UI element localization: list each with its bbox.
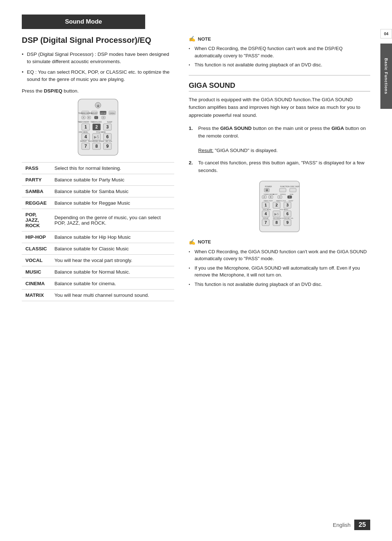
mode-desc: Balance suitable for Samba Music (51, 186, 174, 197)
mode-desc: Select this for normal listening. (51, 163, 174, 174)
mode-desc: Balance suitable for Party Music (51, 174, 174, 186)
note-label: NOTE (198, 36, 211, 42)
svg-text:7: 7 (265, 220, 267, 225)
svg-text:8: 8 (95, 144, 98, 149)
mode-desc: Balance suitable for Hip Hop Music (51, 231, 174, 243)
note-title: ✍ NOTE (189, 36, 370, 42)
table-row: POP, JAZZ, ROCK Depending on the genre o… (22, 209, 174, 231)
mode-label: MATRIX (22, 290, 51, 301)
svg-text:TIMER/CLOCK: TIMER/CLOCK (276, 200, 286, 202)
note-list-top: When CD Recording, the DSP/EQ function c… (189, 45, 370, 69)
giga-sound-section: GIGA SOUND The product is equipped with … (189, 81, 370, 288)
svg-text:DISC MENU: DISC MENU (79, 131, 88, 133)
mode-label: MUSIC (22, 266, 51, 278)
note-icon-bottom: ✍ (189, 239, 196, 245)
mode-label: CLASSIC (22, 243, 51, 255)
table-row: VOCAL You will hear the vocal part stron… (22, 255, 174, 266)
svg-text:RECORDING SPEED: RECORDING SPEED (273, 217, 287, 219)
note-list-bottom: When CD Recording, the GIGA SOUND functi… (189, 248, 370, 288)
svg-text:MIC VOL: MIC VOL (106, 140, 113, 142)
svg-text:DISC SKIP: DISC SKIP (290, 185, 299, 188)
svg-text:C: C (95, 116, 97, 119)
table-row: CLASSIC Balance suitable for Classic Mus… (22, 243, 174, 255)
svg-text:TIMER ON/OFF: TIMER ON/OFF (78, 121, 89, 123)
note-section-top: ✍ NOTE When CD Recording, the DSP/EQ fun… (189, 36, 370, 69)
svg-text:3: 3 (286, 203, 289, 207)
note-item: If you use the Microphone, GIGA SOUND wi… (189, 265, 370, 279)
left-column: DSP (Digital Signal Processor)/EQ DSP (D… (22, 36, 174, 301)
table-row: REGGAE Balance suitable for Reggae Music (22, 197, 174, 209)
bullet-item: DSP (Digital Signal Processor) : DSP mod… (22, 51, 174, 66)
svg-text:TUNING MODE: TUNING MODE (78, 112, 92, 114)
mode-desc: Balance suitable for Reggae Music (51, 197, 174, 209)
svg-text:TITLE MENU: TITLE MENU (279, 209, 288, 210)
svg-text:TIMER ON/ST: TIMER ON/ST (264, 200, 273, 202)
mode-label: SAMBA (22, 186, 51, 197)
svg-text:FUNCTION: FUNCTION (280, 185, 290, 188)
svg-text:6: 6 (286, 212, 289, 216)
divider (189, 75, 370, 75)
mode-label: POP, JAZZ, ROCK (22, 209, 51, 231)
remote-image-right: POWER FUNCTION DISC SKIP ⏻ TUNING MODE M… (258, 179, 301, 234)
svg-text:8: 8 (275, 220, 278, 225)
table-row: PASS Select this for normal listening. (22, 163, 174, 174)
svg-text:DSP/EQ: DSP/EQ (99, 112, 107, 114)
step-number-2: 2. (189, 159, 195, 174)
note-item: When CD Recording, the DSP/EQ function c… (189, 45, 370, 59)
svg-text:MIC VOL: MIC VOL (287, 217, 294, 219)
result-label: Result: (198, 148, 213, 153)
svg-text:4: 4 (265, 212, 267, 216)
svg-text:RECORDING SPEED: RECORDING SPEED (88, 140, 105, 142)
intro-bullets: DSP (Digital Signal Processor) : DSP mod… (22, 51, 174, 83)
mode-desc: Balance suitable for Normal Music. (51, 266, 174, 278)
mode-label: PARTY (22, 174, 51, 186)
step-number-1: 1. (189, 125, 195, 154)
press-text: Press the DSP/EQ button. (22, 88, 174, 94)
step-2: 2. To cancel this function, press this b… (189, 159, 370, 174)
page-footer: English 25 (333, 520, 370, 530)
svg-text:SLEEP: SLEEP (107, 121, 113, 123)
svg-text:▶5: ▶5 (274, 212, 279, 216)
mode-desc: You will hear multi channel surround sou… (51, 290, 174, 301)
svg-text:9: 9 (286, 220, 289, 225)
svg-text:7: 7 (85, 144, 87, 149)
note-item: This function is not available during pl… (189, 281, 370, 288)
svg-text:6: 6 (106, 134, 109, 139)
svg-text:MO/ST: MO/ST (273, 193, 278, 195)
table-row: PARTY Balance suitable for Party Music (22, 174, 174, 186)
svg-text:GIGA: GIGA (110, 112, 115, 114)
table-row: CINEMA Balance suitable for cinema. (22, 278, 174, 290)
svg-rect-51 (279, 188, 286, 192)
note-icon: ✍ (189, 36, 196, 42)
bullet-item: EQ : You can select ROCK, POP, or CLASSI… (22, 69, 174, 83)
svg-text:⏻: ⏻ (97, 104, 99, 107)
mode-label: VOCAL (22, 255, 51, 266)
svg-text:TIMER/CLOCK: TIMER/CLOCK (91, 121, 102, 123)
right-column: ✍ NOTE When CD Recording, the DSP/EQ fun… (189, 36, 370, 301)
step-1: 1. Press the GIGA SOUND button on the ma… (189, 125, 370, 154)
svg-text:⏻: ⏻ (266, 189, 268, 191)
table-row: MUSIC Balance suitable for Normal Music. (22, 266, 174, 278)
mode-label: HIP-HOP (22, 231, 51, 243)
mode-desc: Balance suitable for Classic Music (51, 243, 174, 255)
note-label-bottom: NOTE (198, 239, 211, 245)
remote-image-right-container: POWER FUNCTION DISC SKIP ⏻ TUNING MODE M… (189, 179, 370, 234)
svg-text:9: 9 (106, 144, 109, 149)
language-label: English (333, 522, 351, 528)
mode-label: CINEMA (22, 278, 51, 290)
mode-table: PASS Select this for normal listening. P… (22, 162, 174, 301)
svg-text:▶5: ▶5 (94, 135, 99, 139)
mode-label: PASS (22, 163, 51, 174)
svg-text:2: 2 (95, 124, 98, 130)
svg-text:SLEEP: SLEEP (289, 200, 293, 202)
svg-text:4: 4 (85, 134, 87, 139)
page-number: 25 (354, 520, 370, 530)
mode-desc: Depending on the genre of music, you can… (51, 209, 174, 231)
svg-text:3: 3 (106, 124, 109, 130)
svg-text:REPEAT: REPEAT (263, 217, 269, 219)
table-row: MATRIX You will hear multi channel surro… (22, 290, 174, 301)
page-title: DSP (Digital Signal Processor)/EQ (22, 36, 174, 45)
giga-sound-body: The product is equipped with the GIGA SO… (189, 96, 370, 119)
svg-rect-52 (290, 188, 296, 192)
note-item: This function is not available during pl… (189, 61, 370, 69)
